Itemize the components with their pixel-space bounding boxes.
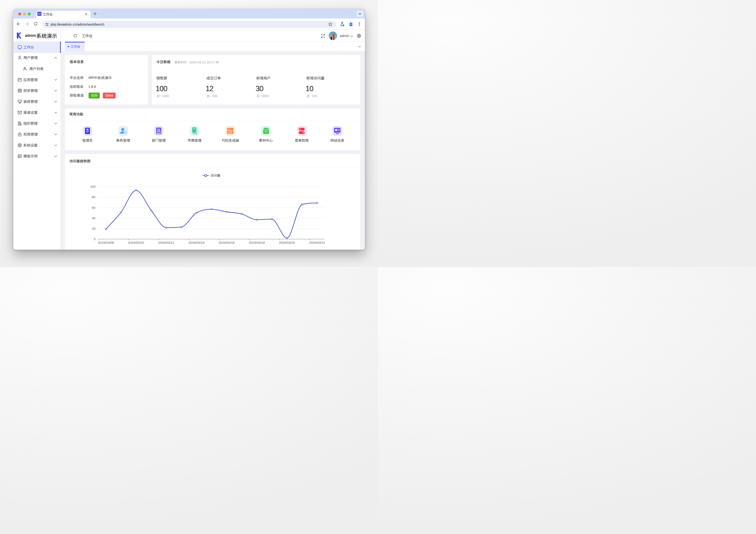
- svg-text:2024/03/20: 2024/03/20: [279, 241, 295, 245]
- svg-text:2024/03/12: 2024/03/12: [158, 241, 174, 245]
- svg-text:100: 100: [90, 185, 95, 188]
- svg-text:2024/03/14: 2024/03/14: [188, 241, 204, 245]
- svg-text:2024/03/08: 2024/03/08: [98, 241, 114, 245]
- svg-text:2024/03/16: 2024/03/16: [218, 241, 234, 245]
- svg-text:40: 40: [92, 216, 95, 220]
- svg-text:0: 0: [94, 237, 95, 241]
- svg-text:20: 20: [92, 227, 95, 230]
- svg-text:2024/03/22: 2024/03/22: [309, 241, 325, 245]
- svg-text:80: 80: [92, 195, 95, 199]
- svg-text:2024/03/10: 2024/03/10: [128, 241, 144, 245]
- svg-text:60: 60: [92, 206, 95, 209]
- svg-text:2024/03/18: 2024/03/18: [249, 241, 265, 245]
